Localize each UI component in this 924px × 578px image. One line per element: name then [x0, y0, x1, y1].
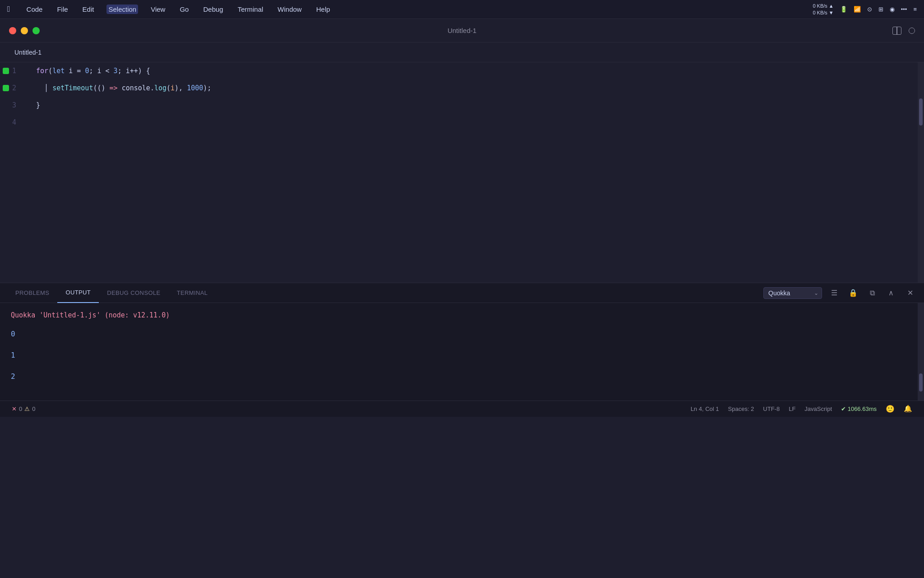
- airplay-icon: ⊙: [867, 6, 872, 13]
- status-language[interactable]: JavaScript: [800, 401, 836, 417]
- code-line-4: [36, 114, 909, 131]
- smiley-icon[interactable]: 🙂: [881, 401, 899, 417]
- panel-scrollbar[interactable]: [918, 303, 924, 401]
- controlcenter-icon: ⊞: [878, 6, 883, 13]
- code-line-2: │ setTimeout(() => console.log(i), 1000)…: [36, 79, 909, 97]
- error-count: 0: [19, 406, 22, 412]
- gutter-line-2: 2: [0, 79, 22, 97]
- bell-icon[interactable]: 🔔: [899, 401, 917, 417]
- split-editor-icon[interactable]: [892, 27, 901, 35]
- titlebar-actions: [892, 27, 915, 35]
- code-line-3: }: [36, 97, 909, 114]
- menu-edit[interactable]: Edit: [81, 5, 96, 14]
- menu-go[interactable]: Go: [178, 5, 190, 14]
- editor-scrollbar-thumb[interactable]: [919, 98, 923, 126]
- tab-output[interactable]: OUTPUT: [57, 283, 99, 303]
- lock-output-icon[interactable]: 🔒: [846, 286, 860, 300]
- warning-count: 0: [32, 406, 35, 412]
- panel-scrollbar-thumb[interactable]: [919, 373, 923, 392]
- minimize-button[interactable]: [21, 27, 28, 34]
- apple-menu[interactable]: : [7, 5, 10, 14]
- code-editor[interactable]: for(let i = 0; i < 3; i++) { │ setTimeou…: [27, 62, 918, 283]
- menu-window[interactable]: Window: [276, 5, 303, 14]
- line-num-2: 2: [12, 79, 16, 97]
- menu-view[interactable]: View: [149, 5, 167, 14]
- error-icon: ✕: [12, 406, 17, 412]
- output-value-0: 0: [11, 330, 907, 338]
- code-line-1: for(let i = 0; i < 3; i++) {: [36, 62, 909, 79]
- output-header-line: Quokka 'Untitled-1.js' (node: v12.11.0): [11, 310, 907, 321]
- output-value-1: 1: [11, 351, 907, 359]
- line-num-4: 4: [12, 114, 16, 131]
- panel-tabs: PROBLEMS OUTPUT DEBUG CONSOLE TERMINAL Q…: [0, 283, 924, 303]
- statusbar: ✕ 0 ⚠ 0 Ln 4, Col 1 Spaces: 2 UTF-8 LF J…: [0, 401, 924, 417]
- gutter-line-4: 4: [0, 114, 22, 131]
- line-num-1: 1: [12, 62, 16, 79]
- output-value-2: 2: [11, 372, 907, 381]
- statusbar-right: Ln 4, Col 1 Spaces: 2 UTF-8 LF JavaScrip…: [686, 401, 917, 417]
- more-icon: •••: [901, 6, 907, 13]
- collapse-panel-icon[interactable]: ∧: [884, 286, 898, 300]
- output-source-dropdown[interactable]: Quokka Git Extensions: [763, 287, 822, 299]
- menu-selection[interactable]: Selection: [106, 5, 138, 14]
- status-line-ending[interactable]: LF: [784, 401, 800, 417]
- keyword-for: for: [36, 62, 48, 79]
- panel-body: Quokka 'Untitled-1.js' (node: v12.11.0) …: [0, 303, 924, 401]
- status-quokka-time[interactable]: ✔ 1066.63ms: [836, 401, 881, 417]
- tab-problems[interactable]: PROBLEMS: [7, 283, 57, 303]
- menubar:  Code File Edit Selection View Go Debug…: [0, 0, 924, 19]
- menu-help[interactable]: Help: [314, 5, 332, 14]
- traffic-lights: [9, 27, 40, 34]
- menu-debug[interactable]: Debug: [201, 5, 225, 14]
- battery-icon: 🔋: [840, 6, 847, 13]
- wifi-icon: 📶: [854, 6, 861, 13]
- filter-output-icon[interactable]: ☰: [827, 286, 841, 300]
- status-encoding[interactable]: UTF-8: [758, 401, 784, 417]
- editor-scrollbar[interactable]: [918, 62, 924, 283]
- line-numbers: 1 2 3 4: [0, 62, 27, 283]
- close-panel-icon[interactable]: ✕: [903, 286, 917, 300]
- warning-icon: ⚠: [24, 406, 30, 412]
- copy-output-icon[interactable]: ⧉: [865, 286, 879, 300]
- breakpoint-1[interactable]: [3, 68, 9, 74]
- titlebar: Untitled-1: [0, 19, 924, 42]
- menu-code[interactable]: Code: [25, 5, 45, 14]
- line-num-3: 3: [12, 97, 16, 114]
- finder-icon: ◉: [890, 6, 895, 13]
- panel-tab-controls: Quokka Git Extensions ⌄ ☰ 🔒 ⧉ ∧ ✕: [763, 286, 917, 300]
- gutter-line-1: 1: [0, 62, 22, 79]
- status-spaces[interactable]: Spaces: 2: [724, 401, 759, 417]
- breakpoint-2[interactable]: [3, 85, 9, 91]
- network-status: 0 KB/s ▲0 KB/s ▼: [813, 3, 833, 16]
- menu-terminal[interactable]: Terminal: [236, 5, 265, 14]
- tab-debug-console[interactable]: DEBUG CONSOLE: [99, 283, 168, 303]
- output-source-dropdown-wrapper: Quokka Git Extensions ⌄: [763, 287, 822, 299]
- menu-extra-icon: ≡: [913, 6, 917, 13]
- more-options-icon[interactable]: [909, 28, 915, 34]
- editor-tabbar: Untitled-1: [0, 42, 924, 62]
- close-button[interactable]: [9, 27, 16, 34]
- window-title: Untitled-1: [448, 27, 476, 34]
- panel: PROBLEMS OUTPUT DEBUG CONSOLE TERMINAL Q…: [0, 283, 924, 401]
- status-position[interactable]: Ln 4, Col 1: [686, 401, 724, 417]
- tab-terminal[interactable]: TERMINAL: [169, 283, 216, 303]
- menu-file[interactable]: File: [55, 5, 69, 14]
- output-content: Quokka 'Untitled-1.js' (node: v12.11.0) …: [0, 303, 918, 401]
- status-errors[interactable]: ✕ 0 ⚠ 0: [7, 401, 40, 417]
- editor-container: 1 2 3 4 for(let i = 0; i < 3; i++) { │ s…: [0, 62, 924, 283]
- menubar-system-info: 0 KB/s ▲0 KB/s ▼ 🔋 📶 ⊙ ⊞ ◉ ••• ≡: [813, 3, 917, 16]
- editor-tab-untitled[interactable]: Untitled-1: [7, 46, 49, 59]
- maximize-button[interactable]: [32, 27, 40, 34]
- gutter-line-3: 3: [0, 97, 22, 114]
